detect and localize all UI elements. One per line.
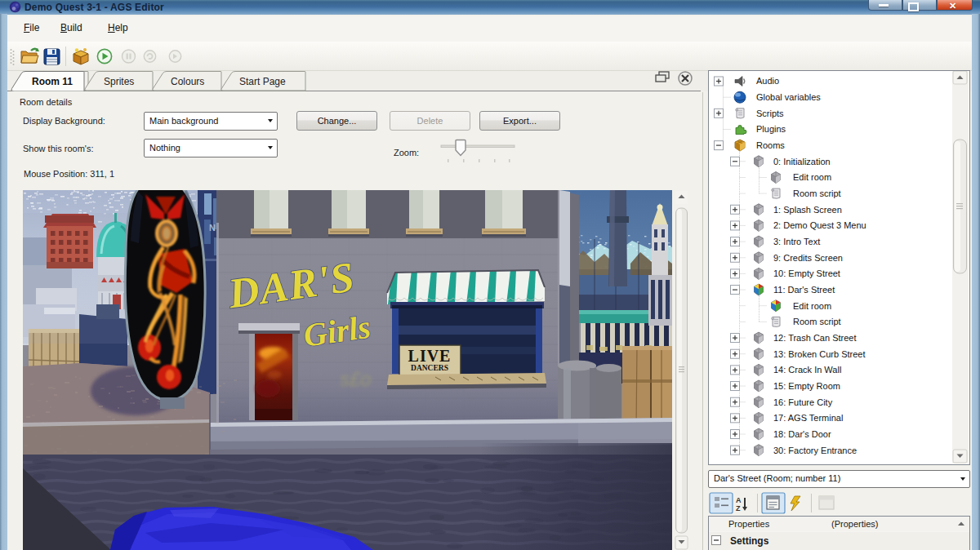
svg-text:Rooms: Rooms [756, 140, 785, 150]
svg-text:15: Empty Room: 15: Empty Room [773, 381, 840, 391]
svg-text:Room 11: Room 11 [32, 76, 73, 87]
svg-text:30: Factory Entrance: 30: Factory Entrance [773, 446, 857, 455]
svg-text:DANCERS: DANCERS [411, 364, 448, 372]
svg-text:N: N [209, 223, 216, 233]
svg-text:s£o: s£o [340, 368, 372, 390]
svg-text:Plugins: Plugins [756, 124, 786, 134]
svg-text:14: Crack In Wall: 14: Crack In Wall [773, 365, 841, 375]
svg-text:13: Broken Curb Street: 13: Broken Curb Street [773, 349, 866, 359]
svg-text:Scripts: Scripts [756, 109, 784, 118]
svg-text:Global variables: Global variables [756, 92, 821, 102]
svg-text:1: Splash Screen: 1: Splash Screen [773, 205, 842, 215]
svg-text:Z: Z [736, 504, 741, 512]
svg-text:Room script: Room script [793, 317, 841, 326]
svg-text:16: Future City: 16: Future City [773, 397, 833, 407]
svg-text:Sprites: Sprites [104, 76, 134, 87]
svg-text:Start Page: Start Page [239, 76, 286, 87]
svg-text:18: Dar's Door: 18: Dar's Door [773, 429, 831, 439]
svg-text:0: Initialization: 0: Initialization [773, 157, 831, 166]
svg-text:11: Dar's Street: 11: Dar's Street [773, 285, 835, 295]
svg-text:Edit room: Edit room [793, 301, 831, 311]
svg-text:12: Trash Can Street: 12: Trash Can Street [773, 333, 857, 343]
svg-text:Colours: Colours [171, 76, 204, 87]
svg-text:Edit room: Edit room [793, 172, 831, 182]
svg-text:LIVE: LIVE [408, 347, 452, 365]
svg-text:2: Demo Quest 3 Menu: 2: Demo Quest 3 Menu [773, 220, 866, 230]
svg-text:A: A [736, 496, 742, 504]
svg-text:17: AGS Terminal: 17: AGS Terminal [773, 413, 843, 423]
svg-text:Audio: Audio [756, 76, 779, 86]
svg-text:10: Empty Street: 10: Empty Street [773, 268, 840, 278]
svg-text:9: Credits Screen: 9: Credits Screen [773, 253, 843, 263]
svg-text:Room script: Room script [793, 189, 841, 198]
svg-text:3: Intro Text: 3: Intro Text [773, 237, 820, 246]
